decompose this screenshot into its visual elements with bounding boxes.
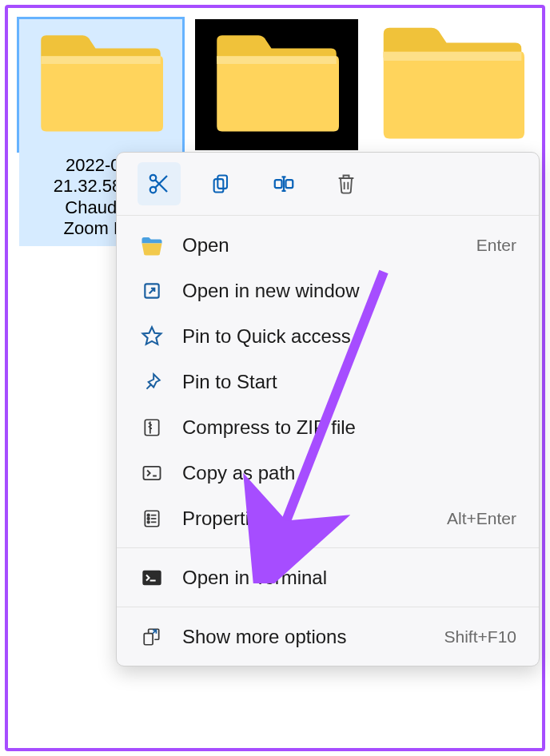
svg-point-0 (150, 175, 157, 181)
context-menu: Open Enter Open in new window Pin to Qui… (116, 152, 540, 666)
menu-pin-quick[interactable]: Pin to Quick access (117, 313, 539, 359)
svg-rect-6 (275, 180, 282, 188)
menu-label: Open in new window (182, 280, 516, 302)
copy-icon (210, 173, 233, 195)
pin-icon (139, 369, 165, 395)
svg-point-22 (147, 514, 149, 516)
delete-button[interactable] (325, 162, 368, 205)
svg-point-26 (147, 521, 149, 523)
context-menu-toolbar (117, 153, 539, 216)
menu-label: Properties (182, 507, 429, 530)
menu-more[interactable]: Show more options Shift+F10 (117, 614, 539, 659)
cut-button[interactable] (138, 162, 181, 205)
menu-shortcut: Enter (476, 236, 516, 255)
svg-rect-29 (144, 633, 153, 644)
menu-label: Copy as path (182, 462, 516, 484)
menu-shortcut: Shift+F10 (444, 627, 516, 647)
menu-label: Compress to ZIP file (182, 416, 516, 439)
svg-rect-7 (286, 180, 293, 188)
menu-pin-start[interactable]: Pin to Start (117, 359, 539, 404)
svg-point-1 (150, 187, 157, 193)
menu-label: Show more options (182, 626, 427, 648)
show-more-icon (139, 624, 165, 650)
open-folder-icon (139, 233, 165, 258)
copy-button[interactable] (200, 162, 243, 205)
svg-rect-20 (144, 466, 161, 479)
folder-thumb (195, 19, 358, 150)
folder-icon (209, 33, 345, 137)
new-window-icon (139, 278, 165, 304)
menu-terminal[interactable]: Open in Terminal (117, 555, 539, 600)
svg-rect-4 (217, 176, 227, 189)
properties-icon (139, 506, 165, 531)
svg-rect-5 (214, 179, 224, 192)
menu-copy-path[interactable]: Copy as path (117, 450, 539, 495)
folder-thumb (19, 19, 182, 150)
menu-open-new-window[interactable]: Open in new window (117, 268, 539, 313)
star-icon (139, 324, 165, 349)
scissors-icon (147, 172, 171, 196)
menu-properties[interactable]: Properties Alt+Enter (117, 495, 539, 541)
rename-button[interactable] (262, 162, 305, 205)
copy-path-icon (139, 460, 165, 486)
menu-label: Open in Terminal (182, 567, 516, 589)
folder-icon (377, 25, 528, 145)
svg-rect-28 (142, 570, 161, 585)
menu-label: Open (182, 234, 459, 257)
folder-icon (33, 33, 169, 137)
svg-rect-14 (145, 420, 158, 436)
menu-section-2: Open in Terminal (117, 547, 539, 607)
menu-compress[interactable]: Compress to ZIP file (117, 404, 539, 450)
zip-icon (139, 415, 165, 440)
terminal-icon (139, 565, 165, 591)
folder-thumb (371, 19, 534, 150)
menu-section-3: Show more options Shift+F10 (117, 607, 539, 666)
rename-icon (272, 172, 296, 196)
menu-open[interactable]: Open Enter (117, 222, 539, 268)
menu-label: Pin to Quick access (182, 325, 516, 348)
menu-section-1: Open Enter Open in new window Pin to Qui… (117, 216, 539, 547)
menu-shortcut: Alt+Enter (447, 509, 516, 528)
menu-label: Pin to Start (182, 371, 516, 393)
trash-icon (335, 173, 357, 195)
svg-point-24 (147, 517, 149, 519)
